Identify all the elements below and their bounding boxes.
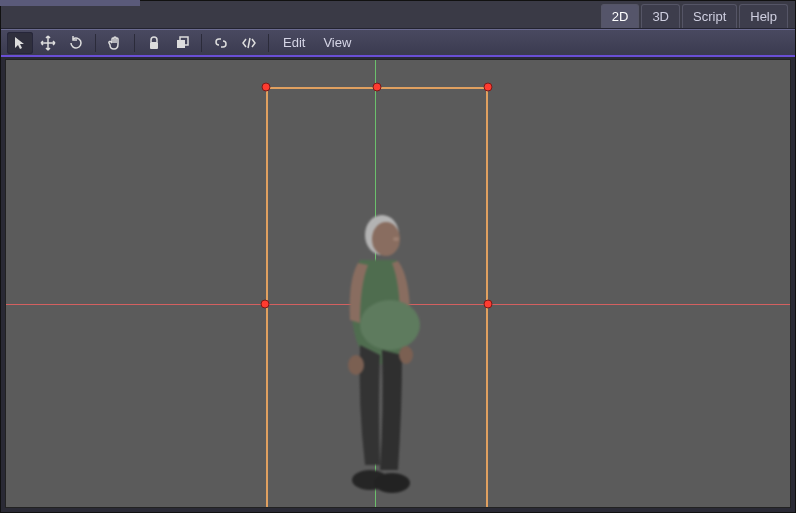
code-icon	[241, 35, 257, 51]
menu-edit[interactable]: Edit	[275, 35, 313, 50]
toolbar-separator	[134, 34, 135, 52]
toolbar-separator	[95, 34, 96, 52]
snap-config-tool[interactable]	[236, 32, 262, 54]
hand-icon	[107, 35, 123, 51]
viewport-2d[interactable]	[5, 59, 791, 508]
rotate-icon	[68, 35, 84, 51]
move-icon	[40, 35, 56, 51]
lock-icon	[146, 35, 162, 51]
handle-top-left[interactable]	[262, 83, 271, 92]
cursor-icon	[12, 35, 28, 51]
svg-rect-0	[150, 42, 158, 49]
pan-tool[interactable]	[102, 32, 128, 54]
viewport-toolbar: Edit View	[1, 29, 795, 57]
menu-view[interactable]: View	[315, 35, 359, 50]
title-strip	[0, 0, 140, 6]
lock-tool[interactable]	[141, 32, 167, 54]
tab-help[interactable]: Help	[739, 4, 788, 28]
tab-3d[interactable]: 3D	[641, 4, 680, 28]
tab-2d[interactable]: 2D	[601, 4, 640, 28]
link-icon	[213, 35, 229, 51]
handle-mid-right[interactable]	[484, 300, 493, 309]
handle-top-mid[interactable]	[373, 83, 382, 92]
rotate-tool[interactable]	[63, 32, 89, 54]
toolbar-separator	[201, 34, 202, 52]
snap-tool[interactable]	[208, 32, 234, 54]
select-tool[interactable]	[7, 32, 33, 54]
svg-rect-1	[177, 40, 185, 48]
handle-mid-left[interactable]	[261, 300, 270, 309]
tab-script[interactable]: Script	[682, 4, 737, 28]
selection-box[interactable]	[266, 87, 488, 508]
move-tool[interactable]	[35, 32, 61, 54]
handle-top-right[interactable]	[484, 83, 493, 92]
group-icon	[174, 35, 190, 51]
toolbar-separator	[268, 34, 269, 52]
group-select-tool[interactable]	[169, 32, 195, 54]
editor-root: 2D 3D Script Help Edi	[0, 0, 796, 513]
